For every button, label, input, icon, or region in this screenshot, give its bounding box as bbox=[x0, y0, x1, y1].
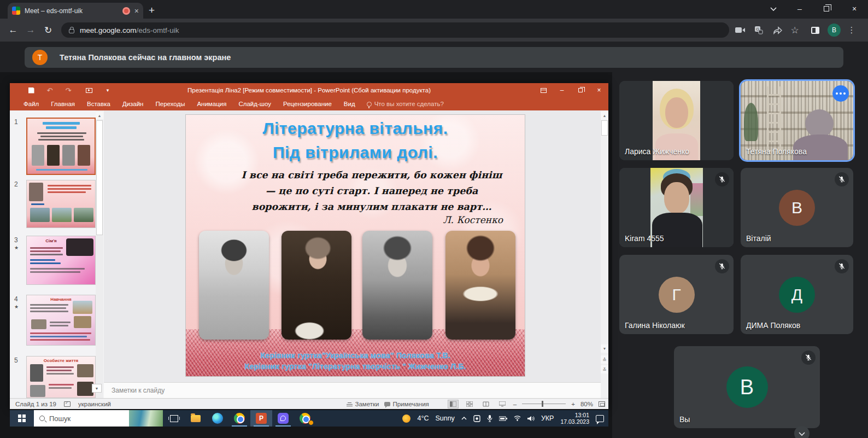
edge-button[interactable] bbox=[207, 410, 228, 427]
ribbon-tab-review[interactable]: Рецензирование bbox=[277, 97, 338, 110]
ribbon-display-button[interactable] bbox=[534, 83, 553, 97]
slide-thumbnail-5[interactable]: Особисте життя bbox=[26, 356, 96, 398]
ribbon-tab-animations[interactable]: Анимация bbox=[191, 97, 232, 110]
editor-scrollbar[interactable]: ▲ ▼ ≙ ≚ bbox=[601, 110, 608, 398]
profile-avatar[interactable]: B bbox=[828, 24, 841, 37]
window-minimize-button[interactable]: – bbox=[787, 0, 812, 17]
qat-dropdown-icon[interactable]: ▾ bbox=[99, 83, 116, 97]
ribbon-tab-home[interactable]: Главная bbox=[45, 97, 81, 110]
back-button[interactable]: ← bbox=[4, 25, 22, 36]
forward-button[interactable]: → bbox=[22, 25, 39, 36]
window-close-button[interactable]: × bbox=[842, 0, 867, 17]
next-slide-button[interactable]: ≚ bbox=[601, 365, 608, 373]
slide-sorter-view-button[interactable] bbox=[464, 400, 475, 408]
ribbon-tab-view[interactable]: Вид bbox=[338, 97, 361, 110]
side-panel-icon[interactable] bbox=[810, 25, 820, 35]
ppt-restore-button[interactable] bbox=[571, 83, 590, 97]
slide-thumbnail-1[interactable] bbox=[26, 118, 96, 175]
slide-thumbnail-2[interactable] bbox=[26, 180, 96, 228]
reading-view-button[interactable] bbox=[480, 400, 491, 408]
powerpoint-button[interactable]: P bbox=[250, 410, 272, 427]
previous-slide-button[interactable]: ≙ bbox=[601, 355, 608, 364]
tray-app-icon[interactable] bbox=[473, 415, 480, 422]
language-indicator[interactable]: УКР bbox=[541, 414, 554, 422]
normal-view-button[interactable] bbox=[448, 400, 459, 408]
address-bar[interactable]: meet.google.com/eds-omtf-uik bbox=[61, 22, 729, 38]
scroll-participants-button[interactable] bbox=[794, 426, 810, 438]
clock[interactable]: 13:0117.03.2023 bbox=[560, 412, 589, 425]
participant-name: Kiram 4555 bbox=[625, 234, 664, 243]
taskbar-search[interactable]: Пошук bbox=[34, 410, 163, 427]
microphone-tray-icon[interactable] bbox=[487, 415, 492, 422]
scrollbar-thumb[interactable] bbox=[96, 120, 103, 235]
spellcheck-icon[interactable] bbox=[64, 401, 71, 407]
file-explorer-button[interactable] bbox=[185, 410, 207, 427]
slide-thumbnail-3[interactable]: Сім'я bbox=[26, 236, 96, 285]
chrome-button[interactable] bbox=[228, 410, 250, 427]
participant-tile-dima[interactable]: Д ДИМА Поляков bbox=[741, 255, 853, 334]
window-restore-button[interactable] bbox=[814, 0, 839, 17]
scrollbar-thumb[interactable] bbox=[601, 120, 608, 136]
zoom-slider-thumb[interactable] bbox=[542, 401, 543, 407]
tell-me-box[interactable]: Что вы хотите сделать? bbox=[361, 101, 444, 107]
ribbon-tab-design[interactable]: Дизайн bbox=[116, 97, 150, 110]
ribbon-tab-insert[interactable]: Вставка bbox=[81, 97, 116, 110]
browser-menu-icon[interactable]: ⋮ bbox=[846, 25, 857, 35]
tray-expand-icon[interactable] bbox=[461, 417, 467, 420]
url-domain: meet.google.com bbox=[80, 26, 137, 34]
wifi-icon[interactable] bbox=[514, 416, 521, 421]
browser-tab[interactable]: Meet – eds-omtf-uik × bbox=[8, 3, 143, 19]
weather-condition[interactable]: Sunny bbox=[435, 414, 454, 422]
bookmark-star-icon[interactable]: ☆ bbox=[789, 25, 800, 35]
ribbon-tab-slideshow[interactable]: Слайд-шоу bbox=[232, 97, 277, 110]
slideshow-view-button[interactable] bbox=[497, 400, 508, 408]
fit-slide-button[interactable] bbox=[599, 401, 605, 407]
volume-icon[interactable] bbox=[527, 416, 535, 422]
collapse-thumbnails-button[interactable]: ▼ bbox=[92, 384, 102, 393]
ppt-minimize-button[interactable]: – bbox=[553, 83, 571, 97]
tab-close-icon[interactable]: × bbox=[134, 7, 139, 15]
participant-tile-galina[interactable]: Г Галина Ніколаюк bbox=[619, 255, 734, 334]
reload-button[interactable]: ↻ bbox=[39, 25, 57, 36]
zoom-level[interactable]: 80% bbox=[580, 401, 593, 407]
slide-thumbnail-4[interactable]: Навчання bbox=[26, 295, 96, 346]
ribbon-tab-file[interactable]: Файл bbox=[17, 97, 45, 110]
language-indicator[interactable]: украинский bbox=[78, 401, 111, 407]
zoom-out-button[interactable]: – bbox=[513, 401, 517, 407]
participant-tile-vitaliy[interactable]: В Віталій bbox=[741, 168, 853, 247]
scroll-up-icon[interactable]: ▲ bbox=[96, 112, 103, 119]
notes-toggle[interactable]: Заметки bbox=[347, 401, 379, 407]
participant-tile-tetyana[interactable]: Тетяна Полякова bbox=[741, 81, 853, 160]
start-slideshow-icon[interactable] bbox=[81, 83, 97, 97]
share-icon[interactable] bbox=[772, 25, 783, 35]
zoom-in-button[interactable]: + bbox=[571, 401, 575, 407]
undo-icon[interactable]: ↶ bbox=[42, 83, 58, 97]
chrome-profile2-button[interactable] bbox=[294, 410, 316, 427]
participant-tile-kiram[interactable]: Kiram 4555 bbox=[619, 168, 734, 247]
redo-icon[interactable]: ↷ bbox=[60, 83, 77, 97]
viber-button[interactable] bbox=[272, 410, 294, 427]
thumbnail-scrollbar[interactable]: ▲ bbox=[96, 110, 103, 398]
self-tile[interactable]: В Вы bbox=[674, 346, 820, 428]
camera-icon[interactable] bbox=[735, 25, 746, 35]
weather-temp[interactable]: 4°C bbox=[417, 414, 429, 422]
scroll-up-icon[interactable]: ▲ bbox=[601, 112, 608, 120]
start-button[interactable] bbox=[10, 410, 34, 427]
weather-icon[interactable] bbox=[402, 414, 410, 423]
notes-pane[interactable]: Заметки к слайду bbox=[104, 382, 601, 398]
tab-search-button[interactable] bbox=[761, 0, 786, 17]
battery-icon[interactable] bbox=[499, 416, 507, 421]
zoom-slider[interactable] bbox=[522, 404, 566, 404]
ppt-close-button[interactable]: × bbox=[590, 83, 608, 97]
new-tab-button[interactable]: + bbox=[149, 4, 155, 16]
ppt-status-bar: Слайд 1 из 19 украинский Заметки Примеча… bbox=[10, 398, 608, 409]
tile-options-button[interactable] bbox=[832, 85, 849, 102]
translate-icon[interactable]: G bbox=[753, 25, 764, 35]
comments-toggle[interactable]: Примечания bbox=[384, 401, 429, 407]
task-view-button[interactable] bbox=[163, 410, 185, 427]
save-icon[interactable] bbox=[23, 83, 39, 97]
action-center-icon[interactable] bbox=[596, 415, 604, 422]
ribbon-tab-transitions[interactable]: Переходы bbox=[149, 97, 191, 110]
scroll-down-icon[interactable]: ▼ bbox=[601, 344, 608, 353]
participant-tile-larisa[interactable]: Лариса Жижченко bbox=[619, 81, 734, 160]
